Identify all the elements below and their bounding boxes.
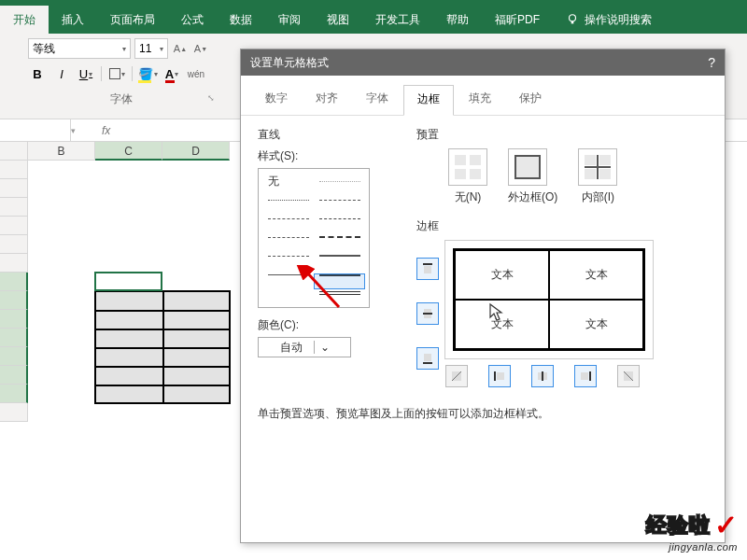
chevron-down-icon: ▾: [160, 45, 163, 53]
font-color-button[interactable]: A▾: [162, 64, 181, 83]
row-header[interactable]: [0, 254, 28, 273]
borders-button[interactable]: ▾: [107, 64, 126, 83]
row-header[interactable]: [0, 310, 28, 329]
select-all-corner[interactable]: [0, 142, 28, 161]
row-header[interactable]: [0, 329, 28, 347]
font-name-value: 等线: [33, 41, 55, 57]
style-solid[interactable]: [262, 266, 314, 283]
style-empty[interactable]: [262, 285, 314, 301]
style-dashdotdot[interactable]: [314, 191, 365, 208]
font-group: 等线 ▾ 11 ▾ A▲ A▼ B I U▾ ▾ 🪣▾ A▾ wén 字体 ⤡: [28, 37, 215, 107]
style-meddash[interactable]: [314, 229, 365, 245]
style-none[interactable]: 无: [262, 173, 314, 189]
chevron-down-icon: ▾: [175, 70, 178, 78]
col-header-c[interactable]: C: [95, 142, 162, 161]
grow-font-button[interactable]: A▲: [172, 38, 189, 59]
row-header[interactable]: [0, 217, 28, 235]
style-longdash[interactable]: [262, 247, 314, 264]
preset-none[interactable]: 无(N): [448, 148, 487, 205]
style-medium[interactable]: [314, 247, 365, 264]
style-dashdot[interactable]: [314, 210, 365, 227]
tab-formulas[interactable]: 公式: [168, 6, 217, 34]
chevron-down-icon: ▾: [122, 45, 126, 53]
tab-dev[interactable]: 开发工具: [362, 6, 433, 34]
bold-button[interactable]: B: [28, 64, 47, 83]
fill-color-button[interactable]: 🪣▾: [138, 64, 157, 83]
row-header[interactable]: [0, 198, 28, 217]
col-header-d[interactable]: D: [162, 142, 230, 161]
tell-me-search[interactable]: 操作说明搜索: [553, 6, 665, 34]
tab-layout[interactable]: 页面布局: [97, 6, 168, 34]
border-midv-icon: [536, 370, 549, 383]
border-bottom-button[interactable]: [416, 347, 439, 370]
row-header[interactable]: [0, 161, 28, 179]
color-value: 自动: [280, 340, 303, 356]
row-header[interactable]: [0, 179, 28, 198]
border-preview[interactable]: 文本 文本 文本 文本: [444, 240, 654, 359]
svg-rect-12: [497, 372, 504, 380]
tell-me-label: 操作说明搜索: [585, 12, 652, 28]
line-style-list[interactable]: 无: [258, 168, 370, 308]
row-headers: [0, 161, 28, 422]
font-size-combo[interactable]: 11 ▾: [134, 38, 168, 59]
underline-button[interactable]: U▾: [77, 64, 95, 83]
shrink-font-button[interactable]: A▼: [192, 38, 209, 59]
border-mid-h-button[interactable]: [416, 302, 439, 325]
color-label: 颜色(C):: [258, 317, 388, 333]
preset-inside[interactable]: 内部(I): [578, 148, 617, 205]
row-header[interactable]: [0, 403, 28, 422]
preview-cell: 文本: [548, 299, 644, 350]
tab-protect[interactable]: 保护: [506, 85, 555, 115]
line-color-combo[interactable]: 自动 ⌄: [258, 337, 351, 357]
preset-outline-label: 外边框(O): [508, 190, 557, 203]
border-top-button[interactable]: [416, 258, 439, 280]
dialog-titlebar[interactable]: 设置单元格格式 ?: [241, 49, 725, 76]
row-header[interactable]: [0, 366, 28, 385]
tab-fill[interactable]: 填充: [456, 85, 504, 115]
style-dot[interactable]: [262, 191, 314, 208]
row-header[interactable]: [0, 235, 28, 254]
svg-point-0: [570, 15, 576, 21]
phonetic-button[interactable]: wén: [187, 64, 205, 83]
style-thin[interactable]: [262, 229, 314, 245]
border-top-icon: [421, 262, 434, 275]
row-header[interactable]: [0, 273, 28, 291]
tab-data[interactable]: 数据: [217, 6, 265, 34]
border-left-button[interactable]: [488, 365, 511, 387]
tab-number[interactable]: 数字: [252, 85, 301, 115]
tab-foxit[interactable]: 福昕PDF: [482, 6, 553, 34]
row-header[interactable]: [0, 291, 28, 310]
dialog-launcher-icon[interactable]: ⤡: [207, 93, 215, 103]
row-header[interactable]: [0, 347, 28, 366]
col-header-b[interactable]: B: [28, 142, 95, 161]
border-diag-down-button[interactable]: [617, 365, 640, 387]
tab-insert[interactable]: 插入: [49, 6, 97, 34]
border-section-title: 边框: [416, 218, 708, 234]
border-right-button[interactable]: [574, 365, 597, 387]
style-dash[interactable]: [262, 210, 314, 227]
line-title: 直线: [258, 127, 388, 143]
chevron-down-icon: ⌄: [314, 341, 330, 354]
style-hair[interactable]: [314, 173, 365, 189]
name-box[interactable]: [0, 119, 71, 141]
fx-label[interactable]: fx: [83, 124, 121, 137]
font-group-label: 字体 ⤡: [28, 91, 215, 107]
tab-help[interactable]: 帮助: [433, 6, 482, 34]
name-box-arrow[interactable]: ▾: [71, 126, 83, 135]
tab-review[interactable]: 审阅: [265, 6, 314, 34]
italic-button[interactable]: I: [52, 64, 71, 83]
border-diag-up-button[interactable]: [445, 365, 468, 387]
tab-border[interactable]: 边框: [403, 85, 454, 116]
tab-home[interactable]: 开始: [0, 6, 49, 34]
font-name-combo[interactable]: 等线 ▾: [28, 38, 131, 59]
border-bottom-icon: [421, 352, 434, 365]
row-header[interactable]: [0, 385, 28, 403]
table-hline: [95, 385, 230, 386]
preset-outline[interactable]: 外边框(O): [508, 148, 557, 205]
border-mid-v-button[interactable]: [531, 365, 554, 387]
help-icon[interactable]: ?: [708, 55, 715, 70]
tab-alignment[interactable]: 对齐: [303, 85, 351, 115]
active-cell: [94, 272, 162, 291]
tab-font[interactable]: 字体: [353, 85, 402, 115]
tab-view[interactable]: 视图: [314, 6, 362, 34]
